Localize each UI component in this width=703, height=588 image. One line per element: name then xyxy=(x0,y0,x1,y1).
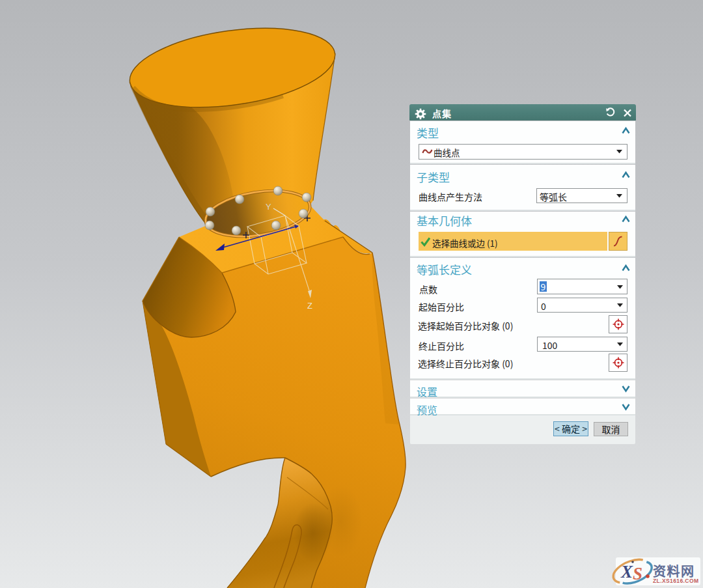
svg-text:X: X xyxy=(620,562,633,581)
svg-text:ZL.XS1616.COM: ZL.XS1616.COM xyxy=(653,578,698,584)
svg-text:Z: Z xyxy=(307,301,312,311)
svg-text:S: S xyxy=(633,564,642,583)
svg-text:Y: Y xyxy=(266,202,271,212)
